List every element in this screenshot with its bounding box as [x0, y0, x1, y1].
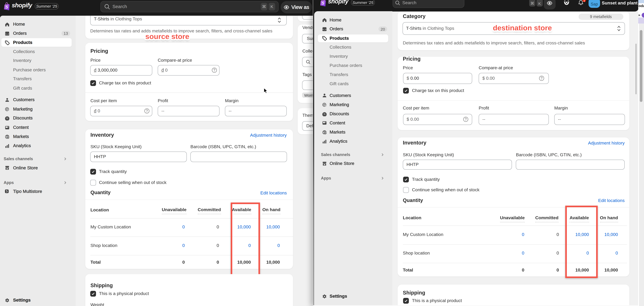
svg-text:S: S	[5, 5, 8, 9]
svg-text:$: $	[8, 136, 9, 138]
svg-text:$: $	[325, 132, 326, 134]
svg-text:S: S	[322, 1, 324, 5]
